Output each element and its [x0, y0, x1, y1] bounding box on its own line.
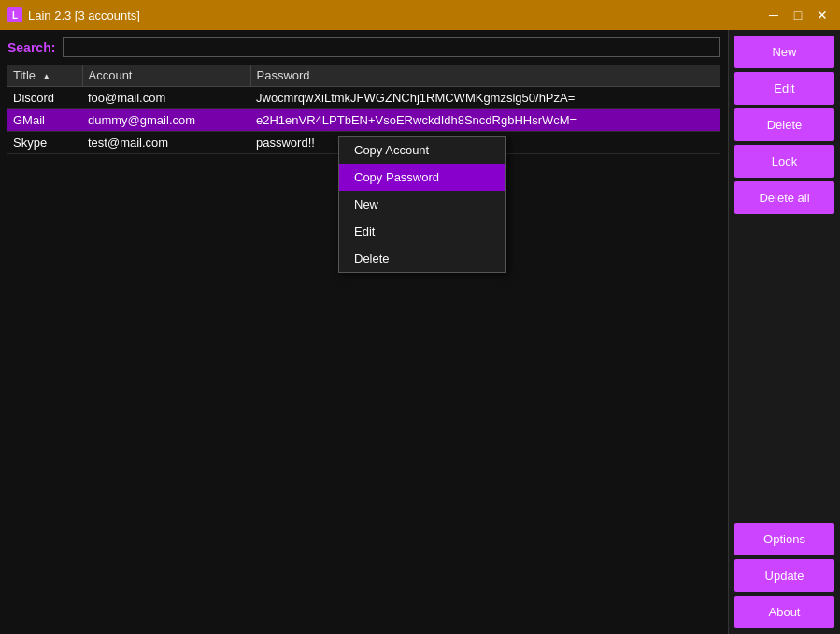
app-title: Lain 2.3 [3 accounts]: [28, 8, 140, 22]
right-panel: New Edit Delete Lock Delete all Options …: [728, 30, 840, 634]
delete-all-button[interactable]: Delete all: [734, 181, 834, 214]
table-row[interactable]: GMaildummy@gmail.come2H1enVR4LPTbEN+VsoE…: [7, 109, 720, 132]
context-menu: Copy AccountCopy PasswordNewEditDelete: [338, 136, 506, 273]
cell-title: Skype: [7, 132, 82, 154]
col-header-password[interactable]: Password: [250, 65, 720, 87]
about-button[interactable]: About: [734, 596, 834, 628]
app-icon: L: [7, 7, 22, 22]
context-menu-item-edit[interactable]: Edit: [339, 218, 505, 245]
lock-button[interactable]: Lock: [734, 145, 834, 178]
title-bar: L Lain 2.3 [3 accounts] ─ □ ✕: [0, 0, 840, 30]
close-button[interactable]: ✕: [812, 5, 833, 25]
col-header-account[interactable]: Account: [82, 65, 250, 87]
update-button[interactable]: Update: [734, 559, 834, 592]
search-bar: Search:: [7, 37, 720, 57]
context-menu-item-copy-password[interactable]: Copy Password: [339, 164, 505, 191]
left-panel: Search: Title ▲ Account Passw: [0, 30, 728, 634]
cell-password: e2H1enVR4LPTbEN+VsoERwckdIdh8SncdRgbHHsr…: [250, 109, 720, 132]
main-layout: Search: Title ▲ Account Passw: [0, 30, 840, 634]
window-controls: ─ □ ✕: [763, 5, 833, 25]
col-header-title[interactable]: Title ▲: [7, 65, 82, 87]
context-menu-item-delete[interactable]: Delete: [339, 245, 505, 272]
cell-password: JwocmrqwXiLtmkJFWGZNChj1RMCWMKgmzslg50/h…: [250, 87, 720, 109]
search-input[interactable]: [63, 37, 720, 57]
cell-title: GMail: [7, 109, 82, 132]
panel-spacer: [734, 218, 834, 519]
edit-button[interactable]: Edit: [734, 72, 834, 105]
table-header-row: Title ▲ Account Password: [7, 65, 720, 87]
cell-title: Discord: [7, 87, 82, 109]
cell-account: dummy@gmail.com: [82, 109, 250, 132]
sort-arrow-title: ▲: [42, 71, 51, 81]
table-row[interactable]: Discordfoo@mail.comJwocmrqwXiLtmkJFWGZNC…: [7, 87, 720, 109]
app-icon-label: L: [12, 10, 18, 21]
minimize-button[interactable]: ─: [763, 5, 784, 25]
context-menu-item-copy-account[interactable]: Copy Account: [339, 137, 505, 164]
search-label: Search:: [7, 40, 55, 55]
new-button[interactable]: New: [734, 36, 834, 68]
context-menu-item-new[interactable]: New: [339, 191, 505, 218]
cell-account: foo@mail.com: [82, 87, 250, 109]
options-button[interactable]: Options: [734, 523, 834, 555]
cell-account: test@mail.com: [82, 132, 250, 154]
title-bar-left: L Lain 2.3 [3 accounts]: [7, 7, 140, 22]
delete-button[interactable]: Delete: [734, 108, 834, 141]
maximize-button[interactable]: □: [788, 5, 808, 25]
